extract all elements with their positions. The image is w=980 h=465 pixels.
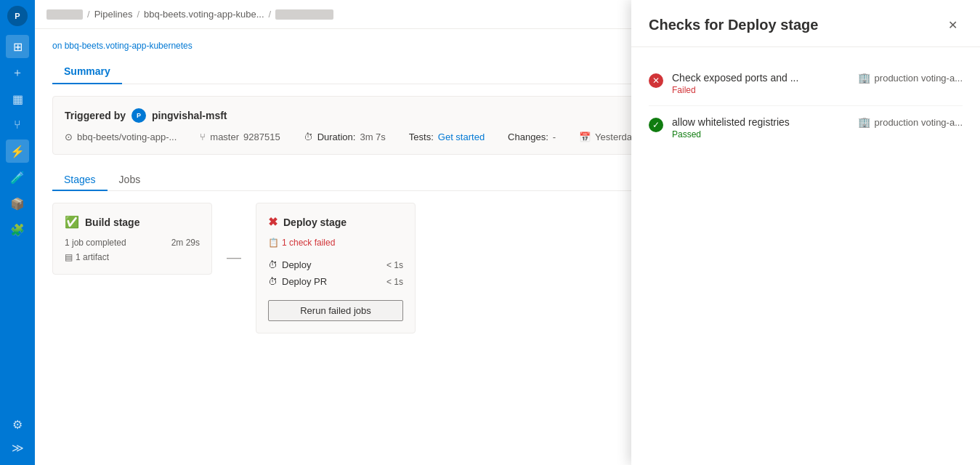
check-1-status-icon: ✕ [649,73,663,88]
check-2-status: Passed [672,129,849,140]
deploy-job-2-name: ⏱ Deploy PR [268,276,327,287]
rerun-button[interactable]: Rerun failed jobs [268,300,403,321]
breadcrumb-pipelines[interactable]: Pipelines [94,9,133,20]
tab-stages[interactable]: Stages [52,169,108,191]
avatar[interactable]: P [7,6,28,26]
check-1-resource: 🏢 production voting-a... [858,72,963,84]
build-stage-header: ✅ Build stage [65,215,200,229]
resource-icon-2: 🏢 [858,116,870,128]
build-jobs-completed: 1 job completed [65,238,126,248]
meta-duration: ⏱ Duration: 3m 7s [304,132,386,142]
meta-changes: Changes: - [508,132,556,142]
sidebar-icon-collapse[interactable]: ≫ [6,436,29,459]
commit-hash[interactable]: 9287515 [243,132,280,142]
sidebar-icon-home[interactable]: ⊞ [6,35,29,58]
sidebar-icon-pipelines[interactable]: ⚡ [6,140,29,163]
triggered-by-label: Triggered by [65,110,126,121]
branch-icon: ⑂ [200,132,206,142]
breadcrumb-sep2: / [137,9,139,20]
deploy-job-1-name: ⏱ Deploy [268,259,311,270]
build-duration: 2m 29s [171,238,200,248]
panel-header: Checks for Deploy stage ✕ [631,0,980,47]
datetime-icon: 📅 [579,132,591,142]
panel-title: Checks for Deploy stage [649,17,818,33]
check-2-name[interactable]: allow whitelisted registries [672,116,849,128]
tests-link[interactable]: Get started [438,132,485,142]
deploy-job-1-time: < 1s [386,260,403,270]
breadcrumb-repo[interactable]: bbq-beets.voting-app-kube... [144,9,264,20]
sidebar-icon-testplans[interactable]: 🧪 [6,166,29,189]
repo-icon: ⊙ [65,132,73,142]
changes-value: - [553,132,556,142]
user-avatar: P [131,108,146,123]
duration-icon: ⏱ [304,132,313,142]
meta-branch: ⑂ master 9287515 [200,132,280,142]
sidebar-icon-boards[interactable]: ▦ [6,87,29,110]
check-2-resource-name: production voting-a... [875,117,963,128]
breadcrumb-sep1: / [87,9,90,20]
duration-value: 3m 7s [360,132,385,142]
deploy-job-2-label: Deploy PR [282,276,327,287]
deploy-job-2[interactable]: ⏱ Deploy PR < 1s [268,273,403,290]
sidebar-icon-artifacts[interactable]: 📦 [6,192,29,215]
stage-connector: — [224,249,244,266]
breadcrumb-run[interactable] [275,9,333,20]
sidebar-icon-settings[interactable]: ⚙ [6,413,29,436]
deploy-stage-name: Deploy stage [283,217,347,228]
check-2-resource: 🏢 production voting-a... [858,116,963,128]
check-2-info: allow whitelisted registries Passed [672,116,849,140]
meta-repo: ⊙ bbq-beets/voting-app-... [65,132,177,142]
repo-name[interactable]: bbq-beets/voting-app-... [77,132,177,142]
build-stage-card: ✅ Build stage 1 job completed 2m 29s ▤ 1… [52,203,212,275]
check-failed-icon: 📋 [268,238,279,248]
check-1-info: Check exposed ports and ... Failed [672,72,849,95]
build-success-icon: ✅ [65,215,79,229]
changes-label: Changes: [508,132,548,142]
check-2-status-icon: ✓ [649,118,663,132]
artifact-icon: ▤ [65,252,73,262]
check-1-name[interactable]: Check exposed ports and ... [672,72,849,84]
meta-tests: Tests: Get started [409,132,485,142]
deploy-stage-header: ✖ Deploy stage [268,215,403,229]
deploy-job-1[interactable]: ⏱ Deploy < 1s [268,256,403,273]
sidebar-icon-extensions[interactable]: 🧩 [6,218,29,241]
branch-name[interactable]: master [210,132,239,142]
deploy-stage-card: ✖ Deploy stage 📋 1 check failed ⏱ Deploy… [256,203,416,333]
check-row-1: ✕ Check exposed ports and ... Failed 🏢 p… [649,62,963,106]
trigger-user: pingvishal-msft [152,110,227,121]
deploy-job-2-time: < 1s [386,277,403,287]
artifact-count: 1 artifact [76,252,109,262]
check-failed-link[interactable]: 📋 1 check failed [268,238,403,248]
duration-label: Duration: [317,132,356,142]
panel-body: ✕ Check exposed ports and ... Failed 🏢 p… [631,47,980,465]
check-failed-text: 1 check failed [282,238,335,248]
breadcrumb-sep3: / [269,9,272,20]
tests-label: Tests: [409,132,434,142]
build-artifact: ▤ 1 artifact [65,252,200,262]
check-1-status: Failed [672,85,849,95]
sidebar-icon-repos[interactable]: ⑂ [6,113,29,137]
panel-close-button[interactable]: ✕ [942,15,963,35]
sidebar-icon-add[interactable]: ＋ [6,61,29,84]
tab-summary[interactable]: Summary [52,60,122,84]
resource-icon-1: 🏢 [858,72,870,84]
deploy-clock-icon-1: ⏱ [268,259,278,270]
build-stage-meta: 1 job completed 2m 29s [65,238,200,248]
tab-jobs[interactable]: Jobs [108,169,153,191]
checks-panel: Checks for Deploy stage ✕ ✕ Check expose… [631,0,980,465]
build-stage-name: Build stage [85,217,139,228]
deploy-clock-icon-2: ⏱ [268,276,278,287]
check-row-2: ✓ allow whitelisted registries Passed 🏢 … [649,106,963,150]
check-1-resource-name: production voting-a... [875,73,963,84]
deploy-job-1-label: Deploy [282,259,311,270]
deploy-failed-icon: ✖ [268,215,278,229]
sidebar: P ⊞ ＋ ▦ ⑂ ⚡ 🧪 📦 🧩 ⚙ ≫ [0,0,35,465]
breadcrumb-org[interactable] [46,9,83,20]
